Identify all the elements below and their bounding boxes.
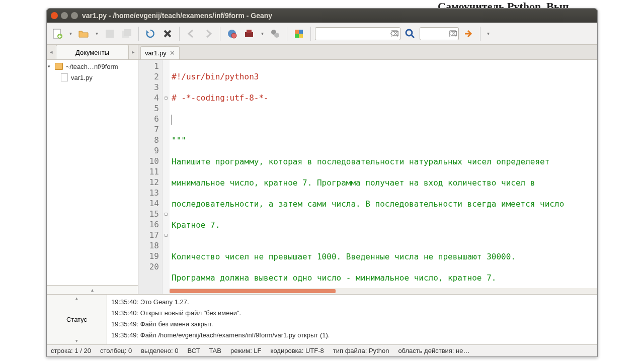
sidebar: ◂ Документы ▸ ▾ ~/teach…nf/9form var1.py… [47,45,138,294]
editor-area: var1.py ✕ 123456789101112131415161718192… [138,45,597,294]
tree-file-label: var1.py [71,74,93,81]
log-line: 19:35:49: Файл /home/evgenij/teach/exame… [111,330,593,341]
close-icon[interactable] [51,12,58,19]
svg-point-10 [274,33,279,38]
text-cursor [172,115,172,125]
toolbar: ▾ ▾ ▾ ⌫ ⌫ ▾ [47,23,597,45]
geany-window: var1.py - /home/evgenij/teach/examens/in… [46,8,598,357]
svg-rect-8 [247,30,252,33]
message-tabs: ▴ Статус ▾ [47,295,107,344]
build-dropdown[interactable]: ▾ [259,26,266,41]
sidebar-collapse[interactable]: ▴ [47,285,138,294]
file-icon [61,73,68,81]
svg-rect-7 [245,32,253,37]
close-tab-icon[interactable]: ✕ [170,49,175,57]
tree-folder-row[interactable]: ▾ ~/teach…nf/9form [47,61,138,72]
tree-expand-icon[interactable]: ▾ [48,64,54,69]
window-controls [51,12,78,19]
tree-folder-label: ~/teach…nf/9form [66,63,118,70]
log-line: 19:35:40: Открыт новый файл "без имени". [111,308,593,319]
svg-rect-12 [299,30,303,34]
save-all-button[interactable] [119,26,134,41]
log-line: 19:35:40: Это Geany 1.27. [111,297,593,308]
log-line: 19:35:49: Файл без имени закрыт. [111,319,593,330]
svg-rect-13 [295,34,299,38]
window-title: var1.py - /home/evgenij/teach/examens/in… [82,12,272,20]
horizontal-scrollbar[interactable] [170,288,597,294]
fold-column[interactable]: ⊟⊟⊟ [163,60,170,294]
compile-button[interactable] [224,26,239,41]
main-area: ◂ Документы ▸ ▾ ~/teach…nf/9form var1.py… [47,45,597,294]
status-filetype: тип файла: Python [333,347,389,354]
document-tree[interactable]: ▾ ~/teach…nf/9form var1.py [47,60,138,285]
editor-tabs: var1.py ✕ [138,45,597,60]
sidebar-tabs: ◂ Документы ▸ [47,45,138,60]
folder-icon [55,63,63,70]
msg-tab-down[interactable]: ▾ [47,337,107,344]
build-button[interactable] [242,26,257,41]
message-body[interactable]: 19:35:40: Это Geany 1.27. 19:35:40: Откр… [107,295,597,344]
svg-rect-4 [124,29,131,36]
statusbar: строка: 1 / 20 столбец: 0 выделено: 0 ВС… [47,344,597,356]
message-pane: ▴ Статус ▾ 19:35:40: Это Geany 1.27. 19:… [47,294,597,344]
svg-point-6 [231,33,236,38]
msg-tab-status[interactable]: Статус [47,302,107,337]
open-dropdown[interactable]: ▾ [93,26,100,41]
editor-tab-var1[interactable]: var1.py ✕ [140,46,180,59]
search-input[interactable]: ⌫ [315,27,400,40]
code-content[interactable]: #!/usr/bin/python3 # -*-coding:utf-8-*- … [170,60,597,294]
status-mode: режим: LF [230,347,262,354]
code-editor[interactable]: 1234567891011121314151617181920 ⊟⊟⊟ #!/u… [138,60,597,294]
reload-button[interactable] [143,26,158,41]
line-gutter: 1234567891011121314151617181920 [138,60,163,294]
new-file-button[interactable] [50,26,65,41]
open-file-button[interactable] [76,26,91,41]
svg-rect-14 [299,34,303,38]
status-tab: TAB [209,347,221,354]
sidebar-tab-prev[interactable]: ◂ [47,49,56,55]
execute-button[interactable] [268,26,283,41]
nav-forward-button[interactable] [201,26,216,41]
status-scope: область действия: не… [398,347,469,354]
sidebar-tab-documents[interactable]: Документы [56,45,129,59]
status-column: столбец: 0 [100,347,132,354]
maximize-icon[interactable] [71,12,78,19]
search-button[interactable] [403,26,418,41]
status-line: строка: 1 / 20 [51,347,91,354]
status-encoding: кодировка: UTF-8 [271,347,324,354]
toolbar-menu-dropdown[interactable]: ▾ [485,26,492,41]
clear-goto-icon[interactable]: ⌫ [449,30,456,37]
svg-rect-2 [106,30,114,38]
goto-button[interactable] [461,26,476,41]
scrollbar-thumb[interactable] [170,289,336,293]
msg-tab-up[interactable]: ▴ [47,295,107,302]
status-insert: ВСТ [187,347,200,354]
svg-point-15 [406,30,412,36]
new-dropdown[interactable]: ▾ [67,26,74,41]
sidebar-tab-next[interactable]: ▸ [129,49,138,55]
svg-rect-11 [295,30,299,34]
color-picker-button[interactable] [291,26,306,41]
goto-line-input[interactable]: ⌫ [420,27,459,40]
editor-tab-label: var1.py [145,49,167,57]
minimize-icon[interactable] [61,12,68,19]
nav-back-button[interactable] [184,26,199,41]
close-file-button[interactable] [160,26,175,41]
titlebar[interactable]: var1.py - /home/evgenij/teach/examens/in… [47,9,597,23]
tree-file-row[interactable]: var1.py [47,72,138,83]
save-button[interactable] [102,26,117,41]
clear-search-icon[interactable]: ⌫ [391,30,398,37]
status-selection: выделено: 0 [141,347,178,354]
